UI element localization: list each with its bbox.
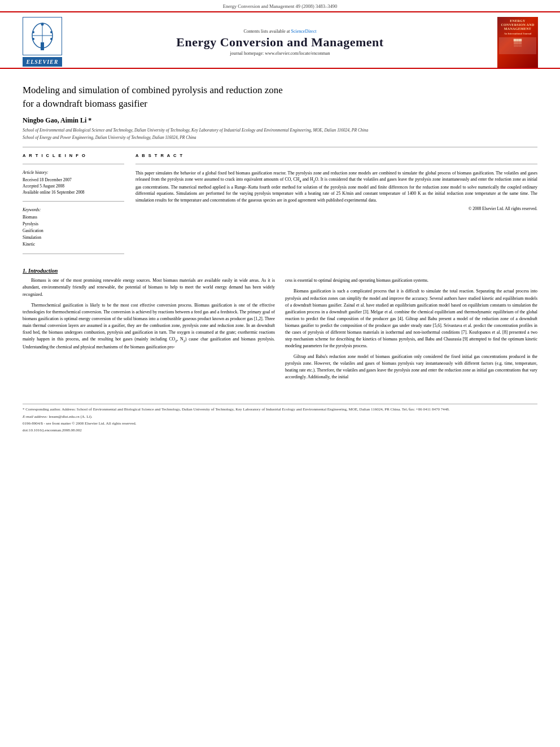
intro-para-2: Thermochemical gasification is likely to… (23, 302, 275, 351)
authors: Ningbo Gao, Aimin Li * (23, 116, 537, 125)
svg-point-7 (32, 38, 34, 40)
divider-keywords (23, 201, 124, 202)
article-info-label: A R T I C L E I N F O (23, 153, 124, 158)
journal-homepage: journal homepage: www.elsevier.com/locat… (68, 51, 492, 56)
svg-point-6 (50, 31, 53, 33)
info-abstract-section: A R T I C L E I N F O Article history: R… (23, 153, 537, 260)
elsevier-tree-icon (25, 20, 59, 53)
journal-cover: ENERGYConversion andManagement An Intern… (492, 17, 543, 68)
journal-title: Energy Conversion and Management (68, 35, 492, 50)
elsevier-logo-area: ELSEVIER (17, 17, 68, 68)
footnote-issn: 0196-8904/$ - see front matter © 2008 El… (23, 421, 537, 427)
intro-para-1: Biomass is one of the most promising ren… (23, 277, 275, 298)
article-info-column: A R T I C L E I N F O Article history: R… (23, 153, 124, 260)
history-label: Article history: (23, 170, 124, 175)
keywords-label: Keywords: (23, 207, 124, 212)
cover-subtitle-text: An International Journal (504, 32, 532, 35)
available-online: Available online 16 September 2008 (23, 189, 124, 195)
journal-cover-image: ENERGYConversion andManagement An Intern… (497, 17, 538, 68)
keyword-pyrolysis: Pyrolysis (23, 221, 124, 228)
journal-citation: Energy Conversion and Management 49 (200… (0, 0, 560, 11)
elsevier-text: ELSEVIER (23, 57, 63, 67)
body-two-column: Biomass is one of the most promising ren… (23, 277, 537, 385)
footnote-doi: doi:10.1016/j.enconman.2008.08.002 (23, 427, 537, 434)
divider-abstract (135, 164, 537, 164)
intro-para-4: Biomass gasification is such a complicat… (285, 288, 537, 350)
abstract-label: A B S T R A C T (135, 153, 537, 158)
cover-image-area: ▓▓▓▓▓▒▒▒▒▒░░░░░ (499, 37, 536, 54)
page-footer: * Corresponding author. Address: School … (23, 404, 537, 434)
received-date: Received 18 December 2007 (23, 177, 124, 183)
journal-header: ELSEVIER Contents lists available at Sci… (0, 11, 560, 69)
divider-1 (23, 147, 537, 147)
accepted-date: Accepted 5 August 2008 (23, 183, 124, 189)
keywords-list: Biomass Pyrolysis Gasification Simulatio… (23, 214, 124, 248)
intro-heading: 1. Introduction (23, 268, 537, 274)
cover-title-text: ENERGYConversion andManagement (501, 19, 534, 32)
svg-point-5 (32, 31, 34, 33)
citation-text: Energy Conversion and Management 49 (200… (223, 3, 337, 9)
sciencedirect-link[interactable]: ScienceDirect (291, 29, 317, 34)
footnote-email: E-mail address: leeam@dlut.edu.cn (A. Li… (23, 414, 537, 420)
footnote-star: * Corresponding author. Address: School … (23, 407, 537, 413)
page: Energy Conversion and Management 49 (200… (0, 0, 560, 747)
copyright-notice: © 2008 Elsevier Ltd. All rights reserved… (135, 206, 537, 211)
keyword-biomass: Biomass (23, 214, 124, 221)
journal-title-area: Contents lists available at ScienceDirec… (68, 25, 492, 59)
intro-para-3: cess is essential to optimal designing a… (285, 277, 537, 284)
divider-end-info (23, 254, 124, 254)
elsevier-logo: ELSEVIER (17, 17, 68, 68)
intro-para-5: Giltrap and Babu's reduction zone model … (285, 353, 537, 381)
body-col-right: cess is essential to optimal designing a… (285, 277, 537, 385)
keywords-section: Keywords: Biomass Pyrolysis Gasification… (23, 201, 124, 248)
keyword-kinetic: Kinetic (23, 241, 124, 248)
svg-point-8 (50, 38, 53, 40)
keyword-gasification: Gasification (23, 228, 124, 234)
affiliation-2: School of Energy and Power Engineering, … (23, 135, 537, 141)
svg-point-9 (41, 46, 43, 48)
article-title: Modeling and simulation of combined pyro… (23, 84, 537, 111)
contents-available: Contents lists available at ScienceDirec… (68, 29, 492, 34)
abstract-column: A B S T R A C T This paper simulates the… (135, 153, 537, 260)
body-content: 1. Introduction Biomass is one of the mo… (23, 268, 537, 385)
divider-info (23, 164, 124, 164)
body-col-left: Biomass is one of the most promising ren… (23, 277, 275, 385)
svg-point-4 (41, 23, 43, 26)
main-content: Modeling and simulation of combined pyro… (0, 69, 560, 396)
keyword-simulation: Simulation (23, 234, 124, 241)
affiliation-1: School of Environmental and Biological S… (23, 128, 537, 134)
abstract-text: This paper simulates the behavior of a g… (135, 170, 537, 204)
